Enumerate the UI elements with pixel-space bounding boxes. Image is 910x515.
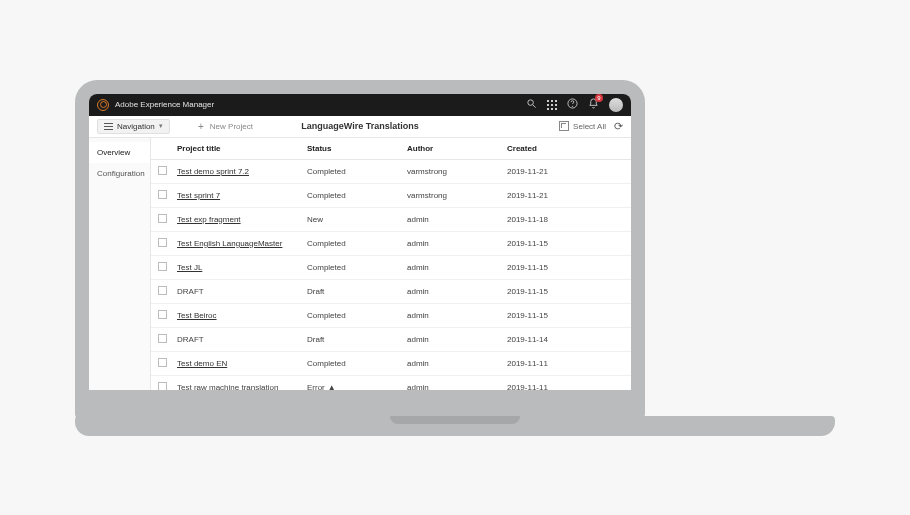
refresh-icon[interactable]: ⟳ bbox=[614, 120, 623, 133]
created-cell: 2019-11-15 bbox=[503, 303, 631, 327]
status-cell: New bbox=[303, 207, 403, 231]
new-project-label: New Project bbox=[210, 122, 253, 131]
author-cell: admin bbox=[403, 327, 503, 351]
hamburger-icon bbox=[104, 122, 113, 130]
project-title-cell[interactable]: Test JL bbox=[177, 263, 202, 272]
row-checkbox[interactable] bbox=[158, 190, 167, 199]
navigation-label: Navigation bbox=[117, 122, 155, 131]
svg-line-1 bbox=[533, 105, 536, 108]
page-title: LanguageWire Translations bbox=[301, 121, 418, 131]
sidebar-item-overview[interactable]: Overview bbox=[89, 142, 150, 163]
author-cell: admin bbox=[403, 231, 503, 255]
project-title-cell: DRAFT bbox=[177, 287, 204, 296]
project-title-cell[interactable]: Test demo sprint 7.2 bbox=[177, 167, 249, 176]
svg-point-0 bbox=[528, 100, 534, 106]
created-cell: 2019-11-15 bbox=[503, 279, 631, 303]
main-content: Project title Status Author Created Test… bbox=[151, 138, 631, 390]
created-cell: 2019-11-15 bbox=[503, 255, 631, 279]
navigation-menu-button[interactable]: Navigation ▾ bbox=[97, 119, 170, 134]
created-cell: 2019-11-21 bbox=[503, 183, 631, 207]
author-cell: admin bbox=[403, 303, 503, 327]
col-author: Author bbox=[403, 138, 503, 160]
warning-icon: ▲ bbox=[328, 383, 336, 390]
select-all-icon bbox=[559, 121, 569, 131]
table-row: Test demo sprint 7.2Completedvarmstrong2… bbox=[151, 159, 631, 183]
table-row: Test sprint 7Completedvarmstrong2019-11-… bbox=[151, 183, 631, 207]
author-cell: varmstrong bbox=[403, 183, 503, 207]
project-title-cell[interactable]: Test Beiroc bbox=[177, 311, 217, 320]
select-all-button[interactable]: Select All bbox=[559, 121, 606, 131]
app-title: Adobe Experience Manager bbox=[115, 100, 214, 109]
user-avatar[interactable] bbox=[609, 98, 623, 112]
project-title-cell[interactable]: Test exp fragment bbox=[177, 215, 241, 224]
notification-badge: 9 bbox=[595, 94, 603, 102]
author-cell: admin bbox=[403, 279, 503, 303]
select-all-label: Select All bbox=[573, 122, 606, 131]
created-cell: 2019-11-14 bbox=[503, 327, 631, 351]
search-icon[interactable] bbox=[526, 98, 537, 111]
table-row: DRAFTDraftadmin2019-11-14 bbox=[151, 327, 631, 351]
author-cell: varmstrong bbox=[403, 159, 503, 183]
apps-menu-icon[interactable] bbox=[547, 100, 557, 110]
status-cell: Completed bbox=[303, 159, 403, 183]
row-checkbox[interactable] bbox=[158, 286, 167, 295]
row-checkbox[interactable] bbox=[158, 214, 167, 223]
row-checkbox[interactable] bbox=[158, 334, 167, 343]
table-row: Test English LanguageMasterCompletedadmi… bbox=[151, 231, 631, 255]
subheader-right: Select All ⟳ bbox=[559, 120, 623, 133]
col-title: Project title bbox=[173, 138, 303, 160]
author-cell: admin bbox=[403, 351, 503, 375]
row-checkbox[interactable] bbox=[158, 166, 167, 175]
global-topbar: Adobe Experience Manager bbox=[89, 94, 631, 116]
subheader: Navigation ▾ + New Project LanguageWire … bbox=[89, 116, 631, 138]
plus-icon: + bbox=[196, 121, 206, 132]
screen-bezel: Adobe Experience Manager bbox=[75, 80, 645, 420]
projects-table: Project title Status Author Created Test… bbox=[151, 138, 631, 390]
project-title-cell: Test raw machine translation bbox=[177, 383, 278, 390]
app-root: Adobe Experience Manager bbox=[89, 94, 631, 390]
col-created: Created bbox=[503, 138, 631, 160]
status-cell: Completed bbox=[303, 255, 403, 279]
created-cell: 2019-11-11 bbox=[503, 351, 631, 375]
status-cell: Error▲ bbox=[303, 375, 403, 390]
table-row: Test JLCompletedadmin2019-11-15 bbox=[151, 255, 631, 279]
created-cell: 2019-11-21 bbox=[503, 159, 631, 183]
topbar-left: Adobe Experience Manager bbox=[97, 99, 214, 111]
status-cell: Completed bbox=[303, 231, 403, 255]
created-cell: 2019-11-11 bbox=[503, 375, 631, 390]
help-icon[interactable] bbox=[567, 98, 578, 111]
row-checkbox[interactable] bbox=[158, 262, 167, 271]
status-cell: Draft bbox=[303, 279, 403, 303]
project-title-cell[interactable]: Test sprint 7 bbox=[177, 191, 220, 200]
body: OverviewConfiguration Project title Stat… bbox=[89, 138, 631, 390]
status-cell: Completed bbox=[303, 183, 403, 207]
sidebar: OverviewConfiguration bbox=[89, 138, 151, 390]
status-cell: Draft bbox=[303, 327, 403, 351]
created-cell: 2019-11-15 bbox=[503, 231, 631, 255]
new-project-button[interactable]: + New Project bbox=[196, 121, 253, 132]
status-cell: Completed bbox=[303, 351, 403, 375]
author-cell: admin bbox=[403, 375, 503, 390]
table-row: Test BeirocCompletedadmin2019-11-15 bbox=[151, 303, 631, 327]
author-cell: admin bbox=[403, 255, 503, 279]
table-row: Test raw machine translationError▲admin2… bbox=[151, 375, 631, 390]
row-checkbox[interactable] bbox=[158, 310, 167, 319]
adobe-logo-icon bbox=[97, 99, 109, 111]
table-row: DRAFTDraftadmin2019-11-15 bbox=[151, 279, 631, 303]
created-cell: 2019-11-18 bbox=[503, 207, 631, 231]
author-cell: admin bbox=[403, 207, 503, 231]
row-checkbox[interactable] bbox=[158, 358, 167, 367]
project-title-cell[interactable]: Test demo EN bbox=[177, 359, 227, 368]
table-row: Test demo ENCompletedadmin2019-11-11 bbox=[151, 351, 631, 375]
laptop-mockup: Adobe Experience Manager bbox=[75, 80, 835, 436]
table-row: Test exp fragmentNewadmin2019-11-18 bbox=[151, 207, 631, 231]
row-checkbox[interactable] bbox=[158, 382, 167, 390]
col-status: Status bbox=[303, 138, 403, 160]
topbar-right: 9 bbox=[526, 98, 623, 112]
row-checkbox[interactable] bbox=[158, 238, 167, 247]
notifications-icon[interactable]: 9 bbox=[588, 98, 599, 111]
status-cell: Completed bbox=[303, 303, 403, 327]
sidebar-item-configuration[interactable]: Configuration bbox=[89, 163, 150, 184]
laptop-base bbox=[75, 416, 835, 436]
project-title-cell[interactable]: Test English LanguageMaster bbox=[177, 239, 282, 248]
